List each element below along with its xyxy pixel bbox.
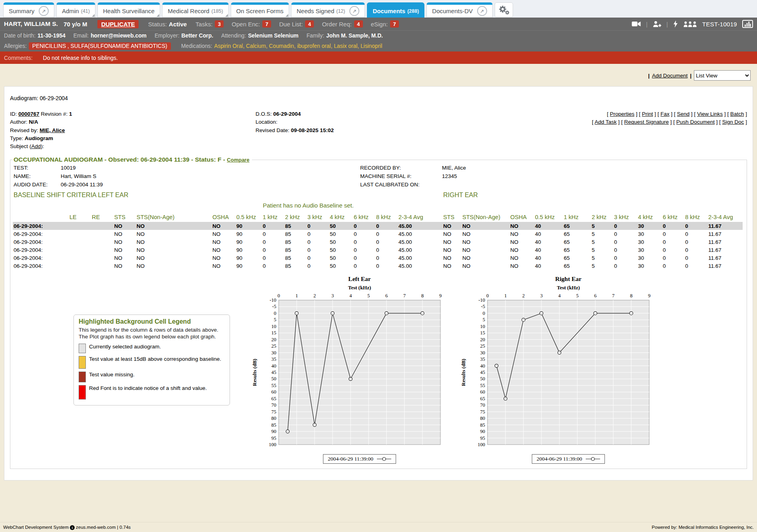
stat-badge[interactable]: 4	[305, 20, 314, 28]
detail-value: Better Corp.	[181, 33, 213, 39]
tab-summary[interactable]: Summary↗	[3, 2, 54, 18]
action-fax[interactable]: Fax	[660, 111, 670, 117]
cell: NO	[509, 222, 534, 230]
column-header: OSHA	[212, 213, 236, 222]
medication-link[interactable]: Coumadin	[269, 43, 294, 49]
action-properties[interactable]: Properties	[610, 111, 634, 117]
action-request-signature[interactable]: Request Signature	[624, 119, 669, 125]
add-user-icon[interactable]	[653, 21, 661, 28]
tab-documents[interactable]: Documents(288)	[367, 2, 424, 18]
settings-gear-button[interactable]	[495, 2, 513, 18]
audiogram-row[interactable]: 06-29-2004:NONONO900850500045.00NONONO40…	[13, 230, 743, 238]
medication-link[interactable]: Aspirin Oral	[214, 43, 243, 49]
external-link-icon[interactable]: ↗	[349, 6, 359, 16]
action-add-task[interactable]: Add Task	[595, 119, 616, 125]
footer-left: WebChart Development Systemizeus.med-web…	[3, 525, 131, 530]
video-icon[interactable]	[632, 21, 641, 27]
column-header: 1 kHz	[563, 213, 591, 222]
cell: NO	[509, 246, 534, 254]
footer-right: Powered by: Medical Informatics Engineer…	[652, 525, 754, 530]
column-header: 6 kHz	[662, 213, 684, 222]
cell: 0	[684, 230, 707, 238]
view-select[interactable]: List View	[694, 70, 751, 81]
footer-host-link[interactable]: zeus.med-web.com	[76, 525, 116, 530]
patient-header: HART, WILLIAM S. 70 y/o M DUPLICATE Stat…	[0, 18, 757, 51]
svg-text:60: 60	[271, 390, 277, 395]
cell: 5	[591, 254, 613, 262]
subject-add-link[interactable]: Add	[31, 143, 41, 149]
document-meta-left: ID: 0000767 Revision #: 1 Author: N/A Re…	[10, 110, 256, 150]
chart-id-label: TEST-10019	[702, 21, 737, 28]
external-link-icon[interactable]: ↗	[477, 6, 487, 16]
svg-text:65: 65	[271, 396, 277, 401]
cell: NO	[442, 230, 462, 238]
action-view-links[interactable]: View Links	[697, 111, 723, 117]
medication-link[interactable]: Calcium	[246, 43, 266, 49]
row-date: 06-29-2004:	[13, 254, 69, 262]
tab-documents-dv[interactable]: Documents-DV↗	[426, 2, 493, 18]
compare-link[interactable]: Compare	[227, 157, 249, 163]
flowsheet-chart-button[interactable]	[742, 20, 753, 28]
document-title: Audiogram: 06-29-2004	[10, 95, 747, 101]
stat-badge[interactable]: 3	[215, 20, 224, 28]
external-link-icon[interactable]: ↗	[39, 6, 49, 16]
baseline-titles: BASELINE SHIFT CRITERIA LEFT EAR RIGHT E…	[13, 192, 744, 202]
action-push-document[interactable]: Push Document	[676, 119, 715, 125]
allergy-badge[interactable]: PENICILLINS , SULFA(SULFONAMIDE ANTIBIOT…	[29, 42, 171, 50]
svg-text:75: 75	[480, 409, 486, 415]
tab-on-screen-forms[interactable]: On Screen Forms	[231, 2, 289, 18]
cell: NO	[442, 246, 462, 254]
column-header: 0.5 kHz	[236, 213, 262, 222]
separator: ,	[294, 43, 297, 49]
cell: 0	[262, 222, 284, 230]
action-send[interactable]: Send	[677, 111, 690, 117]
column-header: STS	[442, 213, 462, 222]
stat-badge[interactable]: 4	[354, 20, 363, 28]
cell: 0	[613, 238, 637, 246]
medication-link[interactable]: Lisinopril	[361, 43, 382, 49]
info-value: Hart, William S	[61, 173, 360, 179]
tab-admin[interactable]: Admin(41)	[56, 2, 95, 18]
detail-label: Attending:	[221, 33, 246, 39]
medication-link[interactable]: Lasix oral	[334, 43, 357, 49]
svg-text:6: 6	[385, 293, 388, 299]
svg-text:25: 25	[480, 343, 486, 349]
add-document-link[interactable]: Add Document	[652, 73, 688, 79]
document-id-link[interactable]: 0000767	[18, 111, 40, 117]
svg-text:Results (dB): Results (dB)	[252, 359, 258, 386]
cell: 40	[534, 222, 563, 230]
stat-badge[interactable]: 7	[262, 20, 271, 28]
svg-text:10: 10	[480, 324, 486, 329]
action-sign-doc[interactable]: Sign Doc	[722, 119, 744, 125]
tab-medical-record[interactable]: Medical Record(185)	[162, 2, 228, 18]
medication-link[interactable]: ibuprofen oral	[297, 43, 331, 49]
stat-badge[interactable]: 7	[390, 20, 399, 28]
audiogram-row[interactable]: 06-29-2004:NONONO900850500045.00NONONO40…	[13, 262, 743, 270]
action-print[interactable]: Print	[642, 111, 653, 117]
revised-by-link[interactable]: MIE, Alice	[40, 127, 65, 133]
patient-group-icon[interactable]	[683, 21, 697, 27]
audiogram-row[interactable]: 06-29-2004:NONONO900850500045.00NONONO40…	[13, 238, 743, 246]
flash-icon[interactable]	[673, 20, 678, 28]
patient-stats: Tasks:3Open Enc:7Due List:4Order Req:4eS…	[196, 20, 407, 28]
tab-health-surveillance[interactable]: Health Surveillance	[97, 2, 160, 18]
detail-value: Selenium Selenium	[248, 33, 299, 39]
cell: 0	[662, 222, 684, 230]
footer: WebChart Development Systemizeus.med-web…	[0, 522, 757, 532]
cell: 90	[236, 230, 262, 238]
svg-text:Results (dB): Results (dB)	[460, 359, 466, 386]
tab-needs-signed[interactable]: Needs Signed(12)↗	[291, 2, 365, 18]
audiogram-row[interactable]: 06-29-2004:NONONO900850500045.00NONONO40…	[13, 254, 743, 262]
row-date: 06-29-2004:	[13, 230, 69, 238]
info-value: 12345	[442, 173, 744, 179]
tab-count: (41)	[81, 8, 90, 14]
footer-app-name: WebChart Development System	[3, 525, 69, 530]
action-batch[interactable]: Batch	[730, 111, 744, 117]
cell: 65	[563, 230, 591, 238]
cell: 85	[284, 230, 307, 238]
audiogram-row[interactable]: 06-29-2004:NONONO900850500045.00NONONO40…	[13, 222, 743, 230]
audiogram-row[interactable]: 06-29-2004:NONONO900850500045.00NONONO40…	[13, 246, 743, 254]
cell: NO	[462, 230, 509, 238]
table-header-row: LERESTSSTS(Non-Age)OSHA0.5 kHz1 kHz2 kHz…	[13, 213, 743, 222]
duplicate-badge[interactable]: DUPLICATE	[97, 20, 139, 28]
